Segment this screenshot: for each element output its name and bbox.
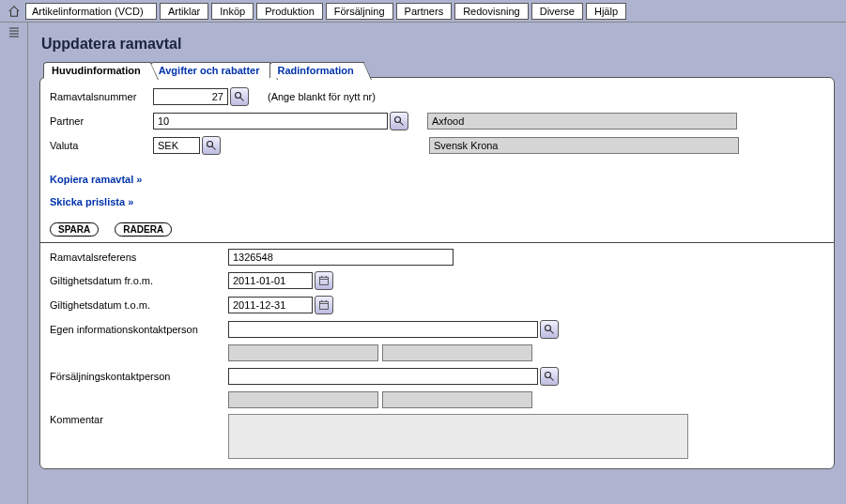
egen-lookup[interactable] [540, 320, 559, 339]
partner-input[interactable] [153, 113, 388, 130]
from-calendar[interactable] [315, 271, 333, 290]
fors-display-1 [228, 391, 378, 408]
ref-label: Ramavtalsreferens [50, 252, 228, 263]
egen-input[interactable] [228, 321, 538, 338]
tab-strip: Huvudinformation Avgifter och rabatter R… [43, 62, 835, 78]
kopiera-ramavtal-link[interactable]: Kopiera ramavtal » [50, 174, 142, 185]
partner-name-display: Axfood [427, 113, 737, 130]
kommentar-textarea[interactable] [228, 414, 688, 459]
ramavtalsnummer-lookup[interactable] [230, 87, 249, 106]
svg-line-7 [400, 122, 404, 126]
page-title: Uppdatera ramavtal [41, 36, 835, 53]
tab-avgifter[interactable]: Avgifter och rabatter [150, 62, 270, 78]
egen-display-2 [382, 344, 532, 361]
spara-button[interactable]: SPARA [50, 222, 99, 237]
from-label: Giltighetsdatum fr.o.m. [50, 275, 228, 286]
skicka-prislista-link[interactable]: Skicka prislista » [50, 196, 133, 207]
ramavtalsnummer-label: Ramavtalsnummer [50, 91, 153, 102]
partner-label: Partner [50, 115, 153, 127]
from-input[interactable] [228, 272, 313, 289]
tab-huvudinformation[interactable]: Huvudinformation [43, 62, 151, 78]
to-label: Giltighetsdatum t.o.m. [50, 299, 228, 311]
ramavtalsnummer-note: (Ange blankt för nytt nr) [268, 91, 376, 102]
radera-button[interactable]: RADERA [115, 222, 172, 237]
menu-artiklar[interactable]: Artiklar [160, 3, 208, 20]
ref-input[interactable] [228, 249, 454, 266]
to-calendar[interactable] [315, 296, 333, 314]
top-menu: Artikelinformation (VCD) Artiklar Inköp … [0, 0, 846, 23]
left-rail [0, 23, 28, 504]
svg-line-19 [550, 330, 554, 334]
valuta-input[interactable] [153, 137, 200, 154]
content-area: Uppdatera ramavtal Huvudinformation Avgi… [28, 23, 846, 504]
to-input[interactable] [228, 297, 313, 313]
section-divider [40, 242, 834, 243]
tab-radinformation[interactable]: Radinformation [269, 62, 364, 78]
svg-rect-14 [320, 301, 329, 309]
home-icon[interactable] [6, 5, 23, 18]
menu-artikelinformation[interactable]: Artikelinformation (VCD) [25, 3, 157, 20]
valuta-label: Valuta [50, 140, 153, 151]
menu-partners[interactable]: Partners [396, 3, 453, 20]
fors-input[interactable] [228, 368, 538, 385]
svg-line-5 [240, 98, 244, 101]
fors-display-2 [382, 391, 532, 408]
menu-forsaljning[interactable]: Försäljning [326, 3, 393, 20]
svg-point-6 [395, 117, 401, 123]
svg-point-8 [208, 142, 213, 147]
svg-point-4 [236, 93, 241, 99]
main-panel: Ramavtalsnummer (Ange blankt för nytt nr… [39, 77, 835, 469]
svg-line-21 [550, 377, 554, 381]
menu-redovisning[interactable]: Redovisning [454, 3, 529, 20]
svg-line-9 [212, 146, 216, 150]
valuta-name-display: Svensk Krona [429, 137, 739, 154]
menu-inkop[interactable]: Inköp [211, 3, 254, 20]
svg-point-20 [546, 373, 551, 378]
menu-produktion[interactable]: Produktion [256, 3, 323, 20]
svg-point-18 [546, 326, 551, 331]
egen-display-1 [228, 344, 378, 361]
partner-lookup[interactable] [390, 112, 408, 130]
fors-label: Försäljningskontaktperson [50, 371, 228, 382]
kommentar-label: Kommentar [50, 414, 228, 425]
svg-rect-10 [320, 277, 329, 284]
menu-grip-icon[interactable] [8, 25, 21, 38]
menu-hjalp[interactable]: Hjälp [586, 3, 626, 20]
ramavtalsnummer-input[interactable] [153, 88, 228, 105]
menu-diverse[interactable]: Diverse [531, 3, 583, 20]
valuta-lookup[interactable] [202, 136, 221, 155]
egen-label: Egen informationskontaktperson [50, 324, 228, 335]
fors-lookup[interactable] [540, 367, 559, 386]
